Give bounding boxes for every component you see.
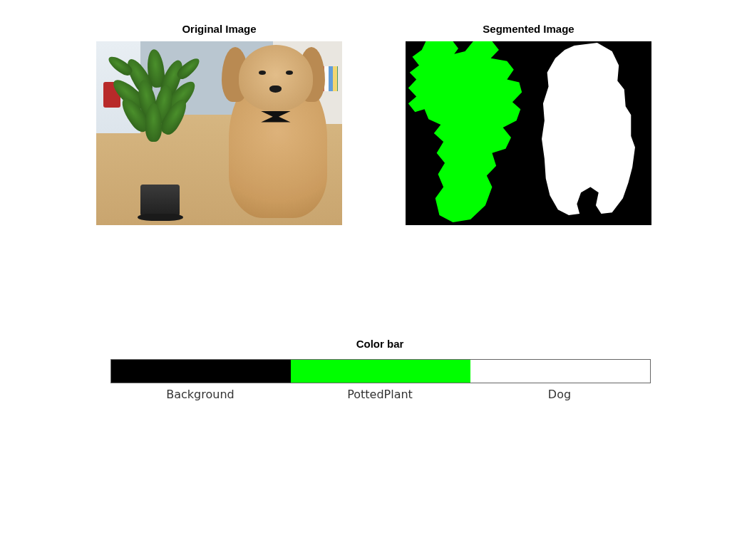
colorbar-labels: Background PottedPlant Dog <box>110 388 649 401</box>
colorbar-title: Color bar <box>110 338 649 350</box>
colorbar-label-dog: Dog <box>470 388 649 401</box>
potted-plant <box>106 41 210 170</box>
colorbar-swatch-dog <box>470 360 650 383</box>
dog-head <box>239 45 313 111</box>
segmentation-dog <box>516 41 651 225</box>
colorbar-swatch-background <box>111 360 291 383</box>
colorbar-label-pottedplant: PottedPlant <box>290 388 470 401</box>
colorbar-swatch-pottedplant <box>291 360 470 383</box>
plant-pot <box>140 185 180 217</box>
original-image-title: Original Image <box>96 23 342 35</box>
figure: Original Image <box>0 0 737 560</box>
segmented-image <box>406 41 651 225</box>
original-image-panel: Original Image <box>96 41 342 225</box>
colorbar <box>110 359 651 383</box>
colorbar-label-background: Background <box>110 388 290 401</box>
leaf-icon <box>175 55 202 81</box>
segmented-image-title: Segmented Image <box>406 23 651 35</box>
segmented-image-panel: Segmented Image <box>406 41 651 225</box>
original-image <box>96 41 342 225</box>
